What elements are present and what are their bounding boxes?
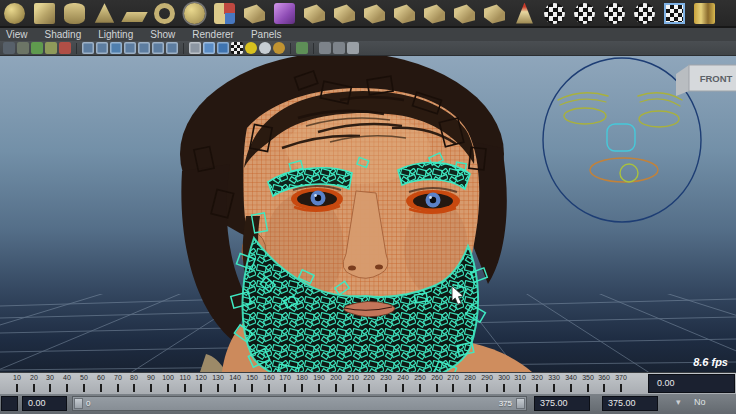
timeline-tick-label[interactable]: 100 — [162, 374, 174, 381]
timeline-tick-mark[interactable] — [167, 384, 169, 392]
poly-cut-icon[interactable] — [484, 3, 505, 24]
timeline-tick-label[interactable]: 320 — [531, 374, 543, 381]
timeline-tick-mark[interactable] — [570, 384, 572, 392]
timeline-tick-mark[interactable] — [402, 384, 404, 392]
timeline-tick-label[interactable]: 370 — [615, 374, 627, 381]
timeline-tick-label[interactable]: 340 — [565, 374, 577, 381]
uv-snapshot-icon[interactable] — [664, 3, 685, 24]
gate-mask-icon[interactable] — [124, 42, 136, 54]
pan-zoom-icon[interactable] — [59, 42, 71, 54]
poly-pair-icon[interactable] — [244, 3, 265, 24]
film-gate-icon[interactable] — [96, 42, 108, 54]
xray-mode-icon[interactable] — [347, 42, 359, 54]
menu-shading[interactable]: Shading — [45, 28, 82, 41]
timeline-tick-label[interactable]: 20 — [30, 374, 38, 381]
timeline-tick-mark[interactable] — [385, 384, 387, 392]
timeline-tick-label[interactable]: 280 — [464, 374, 476, 381]
timeline-tick-label[interactable]: 60 — [97, 374, 105, 381]
field-chart-icon[interactable] — [138, 42, 150, 54]
character-set-menu-icon[interactable]: ▾ — [676, 397, 681, 407]
playback-start-field[interactable]: 0.00 — [22, 396, 67, 411]
timeline-tick-mark[interactable] — [603, 384, 605, 392]
timeline-tick-mark[interactable] — [150, 384, 152, 392]
timeline-tick-mark[interactable] — [335, 384, 337, 392]
menu-lighting[interactable]: Lighting — [98, 28, 133, 41]
poly-reduce-icon[interactable] — [454, 3, 475, 24]
timeline-tick-label[interactable]: 270 — [447, 374, 459, 381]
uv-sphere-checker-icon[interactable] — [634, 3, 655, 24]
resolution-gate-icon[interactable] — [110, 42, 122, 54]
timeline-tick-mark[interactable] — [200, 384, 202, 392]
timeline-tick-mark[interactable] — [553, 384, 555, 392]
shaded-mode-icon[interactable] — [203, 42, 215, 54]
timeline-tick-label[interactable]: 360 — [598, 374, 610, 381]
timeline-tick-label[interactable]: 180 — [296, 374, 308, 381]
character-set-label[interactable]: No — [694, 397, 706, 407]
timeline-tick-mark[interactable] — [436, 384, 438, 392]
grid-display-icon[interactable] — [82, 42, 94, 54]
timeline-tick-mark[interactable] — [519, 384, 521, 392]
timeline-tick-label[interactable]: 40 — [63, 374, 71, 381]
timeline-tick-mark[interactable] — [268, 384, 270, 392]
poly-torus-icon[interactable] — [154, 3, 175, 24]
timeline-tick-mark[interactable] — [133, 384, 135, 392]
timeline-tick-mark[interactable] — [352, 384, 354, 392]
timeline-tick-mark[interactable] — [49, 384, 51, 392]
uv-scale-checker-icon[interactable] — [574, 3, 595, 24]
select-camera-icon[interactable] — [3, 42, 15, 54]
timeline-tick-label[interactable]: 310 — [514, 374, 526, 381]
textured-mode-icon[interactable] — [217, 42, 229, 54]
timeline-tick-mark[interactable] — [117, 384, 119, 392]
timeline-tick-label[interactable]: 290 — [481, 374, 493, 381]
bookmark-icon[interactable] — [31, 42, 43, 54]
poly-cone-icon[interactable] — [94, 3, 115, 24]
current-time-field[interactable]: 0.00 — [648, 374, 735, 393]
timeline-tick-mark[interactable] — [234, 384, 236, 392]
camera-attributes-icon[interactable] — [17, 42, 29, 54]
timeline-tick-label[interactable]: 80 — [130, 374, 138, 381]
poly-sphere-smooth-icon[interactable] — [184, 3, 205, 24]
menu-panels[interactable]: Panels — [251, 28, 282, 41]
timeline-tick-label[interactable]: 230 — [380, 374, 392, 381]
timeline-tick-mark[interactable] — [184, 384, 186, 392]
wireframe-mode-icon[interactable] — [189, 42, 201, 54]
timeline-tick-label[interactable]: 260 — [431, 374, 443, 381]
timeline-tick-mark[interactable] — [217, 384, 219, 392]
uv-move-checker-icon[interactable] — [544, 3, 565, 24]
viewport-perspective[interactable]: FRONT 8.6 fps — [0, 56, 736, 372]
menu-view[interactable]: View — [6, 28, 28, 41]
timeline-tick-mark[interactable] — [620, 384, 622, 392]
checker-material-icon[interactable] — [231, 42, 243, 54]
timeline-tick-label[interactable]: 140 — [229, 374, 241, 381]
timeline-tick-label[interactable]: 330 — [548, 374, 560, 381]
curve-fan-icon[interactable] — [214, 3, 235, 24]
ramp-texture-icon[interactable] — [694, 3, 715, 24]
poly-cylinder-icon[interactable] — [64, 3, 85, 24]
timeline-tick-label[interactable]: 300 — [498, 374, 510, 381]
menu-renderer[interactable]: Renderer — [192, 28, 234, 41]
timeline-tick-label[interactable]: 250 — [414, 374, 426, 381]
all-lights-icon[interactable] — [259, 42, 271, 54]
timeline-tick-mark[interactable] — [16, 384, 18, 392]
subdiv-cube-icon[interactable] — [274, 3, 295, 24]
timeline-tick-mark[interactable] — [100, 384, 102, 392]
menu-show[interactable]: Show — [150, 28, 175, 41]
timeline-tick-mark[interactable] — [33, 384, 35, 392]
shadows-icon[interactable] — [273, 42, 285, 54]
timeline-tick-mark[interactable] — [452, 384, 454, 392]
timeline-tick-mark[interactable] — [318, 384, 320, 392]
timeline-tick-label[interactable]: 160 — [263, 374, 275, 381]
timeline-tick-label[interactable]: 50 — [80, 374, 88, 381]
timeline-tick-mark[interactable] — [469, 384, 471, 392]
poly-smooth-icon[interactable] — [424, 3, 445, 24]
timeline-tick-label[interactable]: 120 — [195, 374, 207, 381]
time-slider[interactable]: 1020304050607080901001101201301401501601… — [0, 372, 736, 394]
timeline-tick-mark[interactable] — [66, 384, 68, 392]
uv-rotate-checker-icon[interactable] — [604, 3, 625, 24]
time-slider-ruler[interactable]: 1020304050607080901001101201301401501601… — [0, 373, 646, 395]
timeline-tick-mark[interactable] — [368, 384, 370, 392]
timeline-tick-label[interactable]: 220 — [363, 374, 375, 381]
range-start-handle[interactable] — [74, 398, 83, 409]
timeline-tick-label[interactable]: 70 — [114, 374, 122, 381]
timeline-tick-mark[interactable] — [83, 384, 85, 392]
